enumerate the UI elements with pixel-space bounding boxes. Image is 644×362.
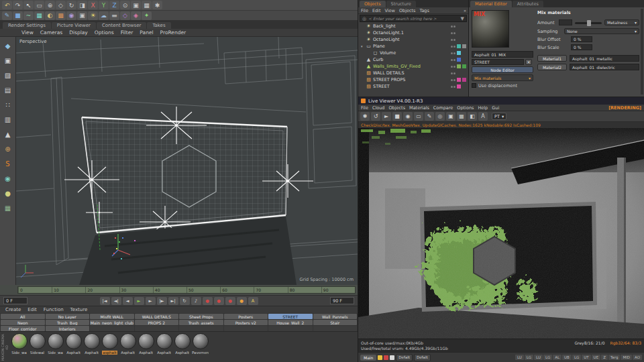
lv-play-pause-icon[interactable]: ► bbox=[382, 112, 391, 121]
render-view[interactable] bbox=[358, 128, 644, 339]
blur-scale-field[interactable]: 0 % bbox=[571, 44, 592, 50]
layer-button[interactable]: PROPS 2 bbox=[135, 320, 179, 325]
sampling-dropdown[interactable]: None▾ bbox=[564, 28, 639, 34]
prev-frame-button[interactable]: ◄ bbox=[123, 297, 133, 305]
viewport-menu-item[interactable]: Cameras bbox=[38, 29, 65, 36]
rect-selection-icon[interactable]: ▭ bbox=[34, 1, 44, 9]
panel-tab[interactable]: Objects bbox=[360, 1, 386, 7]
live-viewer-menu-item[interactable]: Compare bbox=[433, 105, 453, 111]
camera-icon[interactable]: ▣ bbox=[77, 11, 87, 20]
object-row[interactable]: ▲ Curb bbox=[358, 56, 468, 63]
layer-button[interactable]: Interiors bbox=[46, 326, 90, 331]
material2-button[interactable]: Material2 bbox=[537, 64, 567, 70]
render-picture-viewer-icon[interactable]: ▦ bbox=[142, 1, 152, 9]
material1-value[interactable]: Asphalt_01_metallic bbox=[570, 55, 639, 62]
lv-stop-icon[interactable]: ■ bbox=[392, 112, 402, 121]
y-axis-lock-icon[interactable]: Y bbox=[99, 1, 109, 9]
pen-tool-icon[interactable]: ✎ bbox=[2, 11, 12, 20]
layer-button[interactable]: All bbox=[1, 314, 45, 319]
object-name[interactable]: Back_light bbox=[373, 23, 395, 29]
texture-mode-icon[interactable]: ▨ bbox=[2, 70, 14, 80]
kernel-dropdown[interactable]: PT▾ bbox=[492, 113, 506, 120]
z-axis-lock-icon[interactable]: Z bbox=[109, 1, 119, 9]
material-tag-chip[interactable] bbox=[462, 58, 466, 62]
play-button[interactable]: ► bbox=[134, 297, 144, 305]
viewport-menu-item[interactable]: Display bbox=[66, 29, 91, 36]
layer-button[interactable] bbox=[135, 326, 179, 331]
render-pass-tab[interactable]: AO bbox=[633, 355, 642, 360]
visibility-dots[interactable] bbox=[451, 46, 455, 48]
object-search-bar[interactable]: ◎ < Enter your search string here > ▼ bbox=[360, 15, 467, 22]
window-tab[interactable]: Content Browser bbox=[97, 22, 146, 29]
material-thumbnail[interactable]: asphalt bbox=[101, 333, 118, 355]
next-frame-button[interactable]: ► bbox=[146, 297, 156, 305]
make-editable-icon[interactable]: ◆ bbox=[2, 41, 14, 51]
objects-menu-item[interactable]: Tags bbox=[419, 8, 429, 13]
visibility-dots[interactable] bbox=[451, 66, 455, 68]
live-viewer-menu-item[interactable]: Gui bbox=[492, 105, 499, 111]
layer-button[interactable]: House_Wall_2 bbox=[268, 320, 313, 325]
scale-icon[interactable]: ◇ bbox=[56, 1, 66, 9]
live-viewer-menu-item[interactable]: File bbox=[361, 105, 368, 111]
main-pass-chip[interactable]: Main bbox=[360, 355, 376, 361]
record-keyframe-button[interactable]: ● bbox=[203, 297, 213, 305]
objects-menu-item[interactable]: Objects bbox=[399, 8, 416, 13]
material2-value[interactable]: Asphalt_01_dielectric bbox=[570, 64, 639, 70]
render-view-icon[interactable]: ▣ bbox=[131, 1, 141, 9]
layer-button[interactable] bbox=[268, 326, 313, 331]
floor-icon[interactable]: ▬ bbox=[109, 11, 119, 20]
object-row[interactable]: ▲ Walls_limits_GV_Fixed bbox=[358, 63, 468, 70]
panel-tab[interactable]: Material Editor bbox=[470, 1, 512, 7]
object-name[interactable]: STREET bbox=[373, 84, 390, 89]
material-tag-chip[interactable] bbox=[457, 51, 461, 55]
simulate-icon[interactable]: ◉ bbox=[66, 11, 76, 20]
layer-button[interactable] bbox=[90, 326, 134, 331]
sound-button[interactable]: ♪ bbox=[191, 297, 201, 305]
material-tag-chip[interactable] bbox=[457, 38, 461, 42]
end-frame-field[interactable]: 90 F bbox=[330, 297, 354, 304]
grid-icon[interactable]: ▦ bbox=[2, 203, 14, 213]
object-name[interactable]: OctaneLight bbox=[373, 37, 400, 42]
object-name[interactable]: WALL DETAILS bbox=[373, 70, 405, 76]
material-thumbnail[interactable]: Asphalt bbox=[83, 333, 100, 355]
layer-button[interactable] bbox=[313, 326, 358, 331]
quantize-icon[interactable]: ◉ bbox=[2, 174, 14, 184]
material-tag-chip[interactable] bbox=[462, 24, 466, 28]
object-name[interactable]: Curb bbox=[373, 57, 383, 62]
lv-pick-focus-icon[interactable]: ◎ bbox=[435, 112, 445, 121]
move-icon[interactable]: ⊕ bbox=[45, 1, 55, 9]
layer-button[interactable]: Sheet Props bbox=[179, 314, 223, 319]
next-key-button[interactable]: |► bbox=[157, 297, 167, 305]
preset-dropdown[interactable]: Defalt bbox=[396, 354, 413, 361]
lv-region-render-icon[interactable]: ▭ bbox=[414, 112, 423, 121]
amount-slider-handle[interactable] bbox=[587, 20, 591, 26]
lv-lock-resolution-icon[interactable]: ◉ bbox=[403, 112, 413, 121]
amount-texture-dropdown[interactable]: Metalness▾ bbox=[604, 19, 639, 25]
material-name-field[interactable]: Asphalt_01_MIX bbox=[472, 51, 533, 58]
render-pass-tab[interactable]: UB bbox=[562, 355, 572, 360]
layer-button[interactable] bbox=[224, 326, 268, 331]
material-tag-chip[interactable] bbox=[457, 64, 461, 68]
object-name[interactable]: Plane bbox=[373, 44, 385, 49]
pass-color-swatch[interactable] bbox=[378, 355, 382, 360]
layer-button[interactable]: Misfit WALL bbox=[90, 314, 134, 319]
amount-value-field[interactable] bbox=[559, 19, 572, 25]
objects-menu-item[interactable]: Edit bbox=[372, 8, 381, 13]
window-tab[interactable]: Picture Viewer bbox=[52, 22, 96, 29]
layer-button[interactable] bbox=[179, 326, 223, 331]
layer-button[interactable]: Main_neon_light_club bbox=[90, 320, 134, 325]
layer-button[interactable]: Neon bbox=[1, 320, 45, 325]
last-tool-icon[interactable]: ◨ bbox=[77, 1, 87, 9]
render-pass-tab[interactable]: AL bbox=[553, 355, 561, 360]
loop-button[interactable]: ↻ bbox=[180, 297, 190, 305]
material-tag-chip[interactable] bbox=[457, 58, 461, 62]
object-row[interactable]: ☀ OctaneLight.1 bbox=[358, 29, 468, 36]
material-thumbnail[interactable]: Sidewal bbox=[29, 333, 46, 355]
material-tag-chip[interactable] bbox=[457, 44, 461, 48]
material-tag-chip[interactable] bbox=[457, 71, 461, 75]
rotate-icon[interactable]: ↻ bbox=[66, 1, 76, 9]
layer-button[interactable]: Trash_Bag bbox=[46, 320, 90, 325]
render-pass-tab[interactable]: Z bbox=[601, 355, 608, 360]
menu-more-icon[interactable]: » bbox=[464, 8, 468, 13]
viewport-menu-item[interactable]: Filter bbox=[118, 29, 136, 36]
